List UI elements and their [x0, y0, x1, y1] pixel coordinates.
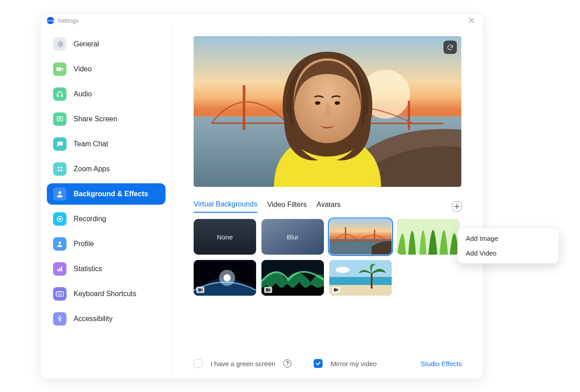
- person-bg-icon: [53, 187, 66, 201]
- svg-rect-42: [266, 288, 269, 292]
- sidebar-item-audio[interactable]: Audio: [47, 83, 166, 105]
- svg-rect-46: [371, 273, 373, 289]
- svg-rect-25: [408, 101, 410, 130]
- svg-point-3: [58, 167, 59, 169]
- golden-gate-thumb-image: [329, 219, 392, 255]
- svg-rect-32: [374, 230, 375, 242]
- share-icon: [53, 112, 66, 126]
- add-background-menu: Add Image Add Video: [457, 228, 559, 264]
- check-icon: [315, 361, 321, 366]
- tab-virtual-backgrounds[interactable]: Virtual Backgrounds: [194, 200, 257, 213]
- plus-icon: [454, 204, 460, 209]
- sidebar-item-statistics[interactable]: Statistics: [47, 258, 166, 280]
- sidebar-item-zoom-apps[interactable]: Zoom Apps: [47, 158, 166, 180]
- titlebar: zoom Settings: [41, 14, 483, 27]
- sidebar-item-share-screen[interactable]: Share Screen: [47, 108, 166, 130]
- sidebar-item-label: Zoom Apps: [74, 165, 110, 173]
- background-option-blur[interactable]: Blur: [261, 219, 324, 255]
- sidebar-item-label: Statistics: [74, 265, 102, 273]
- accessibility-icon: [53, 312, 66, 326]
- sidebar-item-label: Audio: [74, 90, 92, 98]
- sidebar-item-label: Team Chat: [74, 140, 108, 148]
- tab-avatars[interactable]: Avatars: [317, 201, 341, 212]
- record-icon: [53, 212, 66, 226]
- grass-thumb-image: [397, 219, 460, 255]
- menu-item-add-video[interactable]: Add Video: [458, 246, 559, 260]
- sidebar-item-label: Video: [74, 65, 92, 73]
- svg-rect-15: [57, 293, 58, 293]
- svg-point-9: [58, 218, 61, 220]
- svg-point-20: [59, 316, 60, 317]
- svg-rect-39: [198, 288, 201, 292]
- svg-point-47: [336, 267, 350, 273]
- sidebar-item-label: Accessibility: [74, 315, 112, 323]
- svg-rect-48: [334, 288, 337, 292]
- svg-rect-18: [61, 293, 62, 293]
- svg-rect-16: [58, 293, 59, 293]
- effects-tabs: Virtual Backgrounds Video Filters Avatar…: [194, 200, 462, 213]
- sidebar-item-label: Keyboard Shortcuts: [74, 290, 137, 298]
- background-option-grass[interactable]: [397, 219, 460, 255]
- svg-rect-31: [345, 227, 346, 242]
- video-badge-icon: [332, 287, 340, 293]
- stats-icon: [53, 262, 66, 276]
- mirror-video-label: Mirror my video: [331, 360, 377, 367]
- background-option-earth[interactable]: [194, 260, 256, 296]
- svg-point-28: [335, 101, 340, 105]
- keyboard-icon: [53, 287, 66, 301]
- svg-rect-17: [60, 293, 61, 293]
- background-option-none[interactable]: None: [194, 219, 256, 255]
- studio-effects-link[interactable]: Studio Effects: [421, 360, 462, 367]
- zoom-app-icon: zoom: [47, 17, 54, 24]
- sidebar-item-accessibility[interactable]: Accessibility: [47, 308, 166, 330]
- video-badge-icon: [196, 287, 204, 293]
- settings-window: zoom Settings General Video: [40, 13, 484, 379]
- sidebar-item-profile[interactable]: Profile: [47, 233, 166, 255]
- mirror-video-checkbox[interactable]: [314, 359, 323, 368]
- svg-point-10: [58, 242, 61, 244]
- rotate-camera-button[interactable]: [443, 41, 457, 54]
- gear-icon: [53, 37, 66, 51]
- background-option-northern-lights[interactable]: [261, 260, 324, 296]
- window-title: Settings: [58, 17, 79, 24]
- svg-point-7: [58, 191, 61, 194]
- background-option-beach[interactable]: [329, 260, 392, 296]
- add-background-button[interactable]: [452, 202, 462, 211]
- sidebar-item-label: Recording: [74, 215, 106, 223]
- sidebar-item-team-chat[interactable]: Team Chat: [47, 133, 166, 155]
- sidebar-item-general[interactable]: General: [47, 33, 166, 55]
- sidebar-item-video[interactable]: Video: [47, 58, 166, 80]
- svg-rect-11: [58, 269, 59, 271]
- preview-image: [194, 36, 461, 187]
- svg-point-4: [60, 167, 62, 169]
- chat-icon: [53, 137, 66, 151]
- close-button[interactable]: [466, 15, 477, 26]
- sidebar-item-background-effects[interactable]: Background & Effects: [47, 183, 166, 205]
- green-screen-help-button[interactable]: ?: [283, 359, 291, 367]
- background-thumbnails: None Blur: [194, 219, 462, 296]
- green-screen-checkbox[interactable]: [194, 359, 203, 368]
- sidebar-item-label: Share Screen: [74, 115, 117, 123]
- svg-point-5: [58, 169, 59, 171]
- sidebar-item-label: Background & Effects: [74, 190, 148, 198]
- background-effects-panel: Virtual Backgrounds Video Filters Avatar…: [172, 27, 483, 379]
- apps-icon: [53, 162, 66, 176]
- thumb-label: Blur: [287, 233, 299, 241]
- svg-rect-1: [61, 95, 62, 96]
- sidebar-item-recording[interactable]: Recording: [47, 208, 166, 230]
- tab-video-filters[interactable]: Video Filters: [267, 201, 307, 212]
- background-option-golden-gate[interactable]: [329, 219, 392, 255]
- profile-icon: [53, 237, 66, 251]
- svg-rect-14: [56, 292, 64, 297]
- menu-item-add-image[interactable]: Add Image: [458, 231, 559, 246]
- thumb-label: None: [217, 233, 233, 241]
- video-preview: [194, 36, 461, 187]
- svg-rect-12: [59, 268, 61, 271]
- svg-rect-13: [61, 267, 62, 272]
- svg-point-38: [224, 274, 231, 281]
- sidebar-item-label: General: [74, 40, 99, 48]
- svg-rect-34: [397, 219, 460, 255]
- video-badge-icon: [264, 287, 272, 293]
- settings-sidebar: General Video Audio Share Screen: [41, 27, 172, 379]
- sidebar-item-keyboard-shortcuts[interactable]: Keyboard Shortcuts: [47, 283, 166, 305]
